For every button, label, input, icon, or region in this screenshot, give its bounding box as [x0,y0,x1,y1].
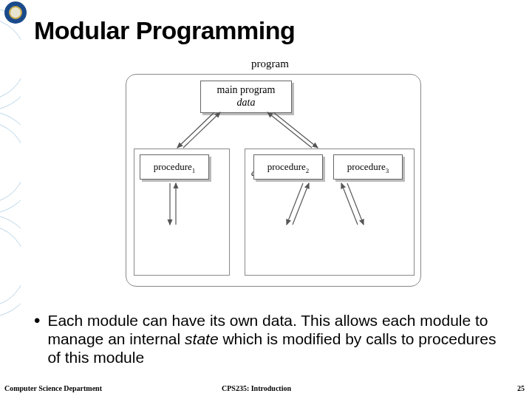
sidebar-decoration [0,0,21,399]
main-program-box: main program data [200,81,292,113]
bullet-item: • Each module can have its own data. Thi… [34,312,507,366]
procedure-3-box: procedure3 [333,154,403,180]
main-box-line2: data [201,97,291,109]
deco-rings-icon [0,0,21,399]
procedure-1-box: procedure1 [140,154,209,180]
svg-point-5 [0,225,21,307]
program-container: main program data module1 data +data1 mo… [126,74,421,287]
procedure-2-box: procedure2 [253,154,323,180]
slide-title: Modular Programming [34,16,295,45]
modular-diagram: program main program data module1 data +… [126,58,421,294]
svg-point-3 [0,122,21,203]
svg-point-1 [0,18,21,100]
institution-logo [4,1,27,24]
bullet-dot-icon: • [34,312,40,366]
main-box-line1: main program [201,84,291,97]
footer-page-number: 25 [517,384,525,392]
logo-inner-icon [9,6,22,19]
footer-center: CPS235: Introduction [222,384,291,392]
bullet-text: Each module can have its own data. This … [47,312,507,366]
program-label: program [251,58,289,70]
slide-footer: Computer Science Department CPS235: Intr… [0,384,532,396]
footer-left: Computer Science Department [4,384,102,392]
